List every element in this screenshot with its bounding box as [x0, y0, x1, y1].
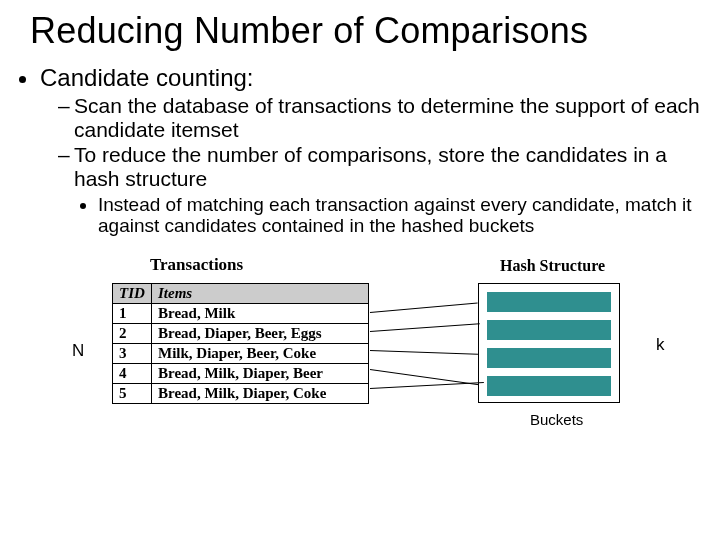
connector-line: [370, 302, 478, 313]
hash-structure-label: Hash Structure: [500, 257, 605, 275]
slide-title: Reducing Number of Comparisons: [30, 10, 700, 52]
transactions-label: Transactions: [150, 255, 243, 275]
table-header-tid: TID: [113, 283, 152, 303]
bullet-list-l3: Instead of matching each transaction aga…: [74, 194, 700, 237]
k-label: k: [656, 335, 665, 355]
bullet-l1-text: Candidate counting:: [40, 64, 254, 91]
bullet-l2b-text: To reduce the number of comparisons, sto…: [74, 143, 667, 190]
bucket-bar: [487, 320, 611, 340]
table-cell-items: Milk, Diaper, Beer, Coke: [152, 343, 369, 363]
table-row: 2 Bread, Diaper, Beer, Eggs: [113, 323, 369, 343]
table-cell-tid: 3: [113, 343, 152, 363]
connector-line: [370, 323, 480, 332]
diagram: Transactions Hash Structure Buckets N k …: [20, 255, 700, 475]
n-label: N: [72, 341, 84, 361]
table-cell-tid: 4: [113, 363, 152, 383]
connector-line: [370, 350, 478, 355]
table-cell-tid: 5: [113, 383, 152, 403]
table-cell-tid: 2: [113, 323, 152, 343]
connector-line: [370, 382, 484, 389]
table-cell-items: Bread, Diaper, Beer, Eggs: [152, 323, 369, 343]
bullet-l1: Candidate counting: Scan the database of…: [40, 64, 700, 237]
bucket-bar: [487, 376, 611, 396]
bullet-l2a: Scan the database of transactions to det…: [58, 94, 700, 141]
hash-structure-box: [478, 283, 620, 403]
bullet-l3: Instead of matching each transaction aga…: [98, 194, 700, 237]
bucket-bar: [487, 348, 611, 368]
table-cell-items: Bread, Milk, Diaper, Coke: [152, 383, 369, 403]
bullet-list-l2: Scan the database of transactions to det…: [40, 94, 700, 237]
table-header-row: TID Items: [113, 283, 369, 303]
table-row: 3 Milk, Diaper, Beer, Coke: [113, 343, 369, 363]
table-row: 5 Bread, Milk, Diaper, Coke: [113, 383, 369, 403]
table-row: 1 Bread, Milk: [113, 303, 369, 323]
table-header-items: Items: [152, 283, 369, 303]
table-row: 4 Bread, Milk, Diaper, Beer: [113, 363, 369, 383]
bullet-l2b: To reduce the number of comparisons, sto…: [58, 143, 700, 237]
table-cell-items: Bread, Milk, Diaper, Beer: [152, 363, 369, 383]
transactions-table: TID Items 1 Bread, Milk 2 Bread, Diaper,…: [112, 283, 369, 404]
table-cell-tid: 1: [113, 303, 152, 323]
buckets-label: Buckets: [530, 411, 583, 428]
bucket-bar: [487, 292, 611, 312]
table-cell-items: Bread, Milk: [152, 303, 369, 323]
bullet-list: Candidate counting: Scan the database of…: [22, 64, 700, 237]
